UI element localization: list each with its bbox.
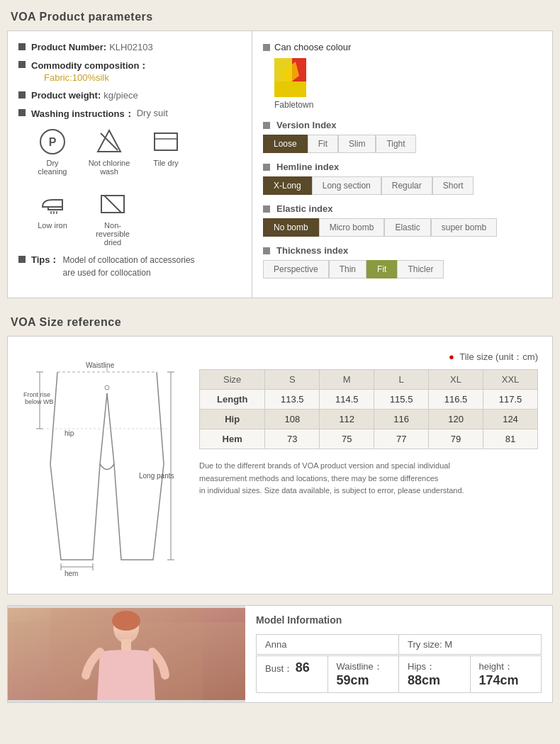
- length-m: 114.5: [320, 390, 374, 410]
- washing-icons: P Dry cleaning Not chlorine wash: [31, 128, 241, 247]
- col-l: L: [374, 370, 429, 390]
- size-note: Due to the different brands of VOA produ…: [199, 460, 538, 497]
- hips-value: 88cm: [408, 673, 440, 687]
- not-chlorine-icon-item: Not chlorine wash: [88, 128, 130, 176]
- version-bullet: [263, 122, 270, 129]
- model-name-row: Anna Try size: M: [256, 634, 542, 655]
- waistline-label: Waistline：: [337, 661, 383, 672]
- thickness-btn-fit[interactable]: Fit: [366, 260, 397, 278]
- table-row: Hem 73 75 77 79 81: [200, 429, 538, 449]
- non-reversible-label: Non-reversible dried: [88, 221, 138, 247]
- model-info-panel: Model Information Anna Try size: M Bust：…: [245, 606, 552, 702]
- svg-text:Long pants: Long pants: [139, 472, 174, 480]
- svg-point-39: [112, 611, 140, 631]
- version-index-section: Version Index Loose Fit Slim Tight: [263, 120, 542, 153]
- color-section: Can choose colour Fabletown: [263, 42, 542, 110]
- row-label-hem: Hem: [200, 429, 265, 449]
- product-number-value: KLH02103: [109, 42, 152, 52]
- thickness-bullet: [263, 247, 270, 254]
- weight-row: Product weight: kg/piece: [18, 90, 241, 101]
- non-reversible-icon: [99, 190, 127, 218]
- hemline-btn-short[interactable]: Short: [432, 176, 474, 195]
- col-xxl: XXL: [483, 370, 538, 390]
- color-bullet: [263, 44, 270, 51]
- model-height-cell: height： 174cm: [471, 656, 542, 692]
- elastic-label-row: Elastic index: [263, 203, 542, 214]
- svg-rect-4: [155, 133, 177, 150]
- col-size: Size: [200, 370, 265, 390]
- model-measurements-row: Bust： 86 Waistline： 59cm Hips： 88cm heig…: [256, 655, 542, 693]
- color-label: Can choose colour: [274, 42, 351, 52]
- washing-row: Washing instructions： Dry suit: [18, 108, 241, 120]
- height-value: 174cm: [479, 673, 519, 687]
- elastic-btn-superbomb[interactable]: super bomb: [431, 218, 497, 237]
- tile-dry-icon: [152, 128, 180, 156]
- size-table-area: ● Tile size (unit：cm) Size S M L XL XXL: [199, 351, 538, 580]
- size-card: Waistline Front rise below WB hip: [7, 336, 553, 594]
- col-s: S: [265, 370, 320, 390]
- hemline-btn-regular[interactable]: Regular: [381, 176, 432, 195]
- params-left: Product Number: KLH02103 Commodity compo…: [8, 31, 252, 298]
- model-card: Model Information Anna Try size: M Bust：…: [7, 605, 553, 703]
- model-name-cell: Anna: [257, 635, 399, 654]
- version-btn-tight[interactable]: Tight: [376, 135, 415, 153]
- model-hips-cell: Hips： 88cm: [399, 656, 471, 692]
- bullet-icon: [18, 91, 26, 98]
- hemline-btn-xlong[interactable]: X-Long: [263, 176, 312, 195]
- elastic-btn-nobomb[interactable]: No bomb: [263, 218, 319, 237]
- col-m: M: [320, 370, 374, 390]
- thickness-buttons: Perspective Thin Fit Thicler: [263, 260, 542, 278]
- version-buttons: Loose Fit Slim Tight: [263, 135, 542, 153]
- elastic-buttons: No bomb Micro bomb Elastic super bomb: [263, 218, 542, 237]
- height-label: height：: [479, 661, 513, 672]
- version-btn-fit[interactable]: Fit: [308, 135, 338, 153]
- hip-xxl: 124: [483, 410, 538, 429]
- bust-label: Bust：: [265, 663, 293, 674]
- weight-label: Product weight:: [31, 90, 101, 101]
- fabric-value: Fabric:100%silk: [44, 72, 148, 83]
- elastic-label: Elastic index: [276, 203, 332, 214]
- product-number-label: Product Number:: [31, 42, 106, 52]
- hemline-label-row: Hemline index: [263, 162, 542, 172]
- thickness-btn-thicler[interactable]: Thicler: [397, 260, 444, 278]
- size-section: VOA Size reference Waistline: [0, 305, 560, 594]
- length-s: 113.5: [265, 390, 320, 410]
- commodity-row: Commodity composition： Fabric:100%silk: [18, 60, 241, 83]
- size-unit: (unit：cm): [495, 351, 538, 362]
- thickness-btn-perspective[interactable]: Perspective: [263, 260, 329, 278]
- hemline-bullet: [263, 164, 270, 171]
- hip-s: 108: [265, 410, 320, 429]
- low-iron-icon: [38, 190, 67, 218]
- low-iron-icon-item: Low iron: [31, 190, 74, 247]
- elastic-btn-microbomb[interactable]: Micro bomb: [319, 218, 385, 237]
- tile-dry-icon-item: Tile dry: [145, 128, 187, 176]
- non-reversible-icon-item: Non-reversible dried: [88, 190, 138, 247]
- product-params-title: VOA Product parameters: [0, 4, 560, 30]
- tips-text: Model of collocation of accessories are …: [63, 254, 195, 279]
- hem-xxl: 81: [483, 429, 538, 449]
- product-params-section: VOA Product parameters Product Number: K…: [0, 0, 560, 298]
- bullet-icon: [18, 43, 26, 50]
- svg-rect-40: [121, 639, 131, 652]
- params-right: Can choose colour Fabletown: [252, 31, 552, 298]
- hemline-btn-longsection[interactable]: Long section: [312, 176, 381, 195]
- hem-xl: 79: [429, 429, 483, 449]
- weight-value: kg/piece: [103, 90, 138, 101]
- size-table-header: Size S M L XL XXL: [200, 370, 538, 390]
- tips-row: Tips： Model of collocation of accessorie…: [18, 254, 241, 279]
- waistline-value: 59cm: [337, 673, 369, 687]
- elastic-index-section: Elastic index No bomb Micro bomb Elastic…: [263, 203, 542, 237]
- thickness-btn-thin[interactable]: Thin: [329, 260, 366, 278]
- svg-text:P: P: [49, 136, 57, 148]
- svg-text:below WB: below WB: [25, 398, 54, 405]
- thickness-index-section: Thickness index Perspective Thin Fit Thi…: [263, 245, 542, 278]
- svg-text:hem: hem: [65, 570, 78, 577]
- bullet-icon: [18, 61, 26, 68]
- commodity-label: Commodity composition：: [31, 60, 148, 72]
- product-params-grid: Product Number: KLH02103 Commodity compo…: [7, 30, 553, 298]
- version-btn-slim[interactable]: Slim: [338, 135, 376, 153]
- hip-l: 116: [374, 410, 429, 429]
- bullet-icon: [18, 109, 26, 116]
- version-btn-loose[interactable]: Loose: [263, 135, 308, 153]
- elastic-btn-elastic[interactable]: Elastic: [384, 218, 430, 237]
